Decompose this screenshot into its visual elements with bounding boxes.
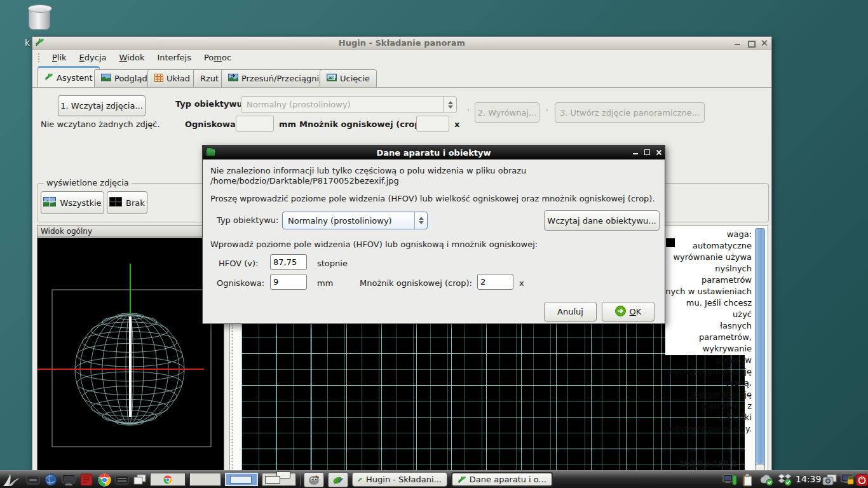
- tips-text-line: nyślnych parametrów: [665, 263, 752, 286]
- tray-screen-lock[interactable]: [840, 472, 855, 487]
- menu-widok[interactable]: Widok: [113, 51, 151, 64]
- load-images-button[interactable]: 1. Wczytaj zdjęcia...: [58, 95, 146, 116]
- leaf-pen-icon: [332, 475, 344, 485]
- menu-plik[interactable]: Plik: [46, 51, 73, 64]
- workspace-1[interactable]: [150, 473, 186, 486]
- dialog-focal-unit-label: mm: [317, 278, 333, 288]
- dialog-focal-field[interactable]: [270, 274, 307, 290]
- overview-3d-view[interactable]: [37, 238, 224, 488]
- taskbar-hugin-button[interactable]: Hugin - Składani...: [352, 472, 447, 487]
- tray-dropbox[interactable]: [776, 472, 793, 487]
- status-size-text: 360,0 x 180,0: [679, 459, 736, 468]
- tray-clipboard[interactable]: [740, 472, 756, 487]
- tray-power[interactable]: [855, 472, 868, 487]
- file-manager-launcher[interactable]: [25, 472, 41, 487]
- web-browser-launcher[interactable]: [43, 472, 58, 487]
- dialog-close-button[interactable]: [656, 149, 661, 155]
- dialog-lens-type-combobox[interactable]: Normalny (prostoliniowy): [282, 212, 428, 229]
- archive-launcher[interactable]: [114, 472, 130, 487]
- panosphere-graphic: [37, 238, 224, 488]
- camera-lens-dialog: Dane aparatu i obiektyw Nie znaleziono i…: [202, 145, 665, 324]
- focal-length-label: Ogniskowa:: [185, 119, 239, 129]
- tips-text-line: yczną, optymalizację: [665, 377, 752, 400]
- tray-screenshot[interactable]: [821, 472, 839, 487]
- device-sync-icon: [722, 473, 738, 486]
- covered-icon-fragment: [666, 238, 675, 247]
- main-titlebar[interactable]: Hugin - Składanie panoram: [32, 37, 771, 50]
- display-settings-launcher[interactable]: [61, 472, 76, 487]
- notes-window-button[interactable]: [328, 472, 348, 487]
- workspace-2[interactable]: [189, 473, 221, 486]
- all-images-icon: [43, 197, 56, 208]
- enter-hfov-label: Wprowadź poziome pole widzenia (HFOV) lu…: [210, 240, 538, 249]
- crop-factor-label: Mnożnik ogniskowej (crop):: [299, 119, 428, 129]
- maximize-button[interactable]: [747, 39, 754, 46]
- desktop: { "desktop": { "trash_label": "k" }, "wi…: [0, 0, 868, 488]
- tray-device-indicator[interactable]: [722, 472, 738, 487]
- screen-lock-icon: [841, 473, 855, 486]
- tab-uklad[interactable]: Układ: [147, 69, 197, 87]
- lens-type-combobox[interactable]: Normalny (prostoliniowy): [241, 96, 457, 113]
- focal-unit-label: mm: [279, 119, 296, 129]
- ok-button[interactable]: OK: [602, 302, 654, 322]
- workspace-4[interactable]: [262, 473, 296, 486]
- dialog-lens-type-label: Typ obiektywu:: [217, 215, 278, 225]
- combobox-arrows-icon: [444, 97, 456, 112]
- chrome-launcher[interactable]: [97, 472, 112, 487]
- chrome-icon: [98, 473, 111, 487]
- menu-pomoc[interactable]: Pomoc: [198, 51, 238, 64]
- load-lens-data-button[interactable]: Wczytaj dane obiektywu...: [544, 210, 660, 231]
- dialog-combobox-arrows-icon: [414, 212, 427, 229]
- minimize-button[interactable]: [734, 39, 741, 46]
- screenshot-icon: [822, 473, 837, 486]
- vertical-scrollbar[interactable]: [755, 228, 765, 482]
- dialog-minimize-button[interactable]: [633, 149, 639, 155]
- close-button[interactable]: [761, 39, 768, 46]
- dialog-maximize-button[interactable]: [644, 149, 650, 155]
- hfov-field[interactable]: [270, 254, 307, 270]
- package-tool-launcher[interactable]: [79, 472, 94, 487]
- tray-cloud-sync[interactable]: [757, 472, 775, 487]
- overview-panel-header[interactable]: Widok ogólny: [37, 226, 224, 237]
- show-all-button[interactable]: Wszystkie: [41, 191, 104, 214]
- show-none-button[interactable]: Brak: [107, 191, 147, 214]
- gimp-window-button[interactable]: [304, 472, 324, 487]
- taskbar-dialog-button[interactable]: Dane aparatu i o...: [451, 472, 553, 487]
- file-manager-icon: [26, 474, 40, 485]
- cancel-button[interactable]: Anuluj: [544, 302, 597, 322]
- clock[interactable]: 14:39: [796, 474, 821, 484]
- windows-stack-launcher[interactable]: [132, 472, 147, 487]
- menubar-drag-handle[interactable]: [37, 53, 41, 63]
- menu-interfejs[interactable]: Interfejs: [151, 51, 197, 64]
- hugin-tab-icon: [44, 72, 53, 83]
- tab-asystent[interactable]: Asystent: [37, 66, 100, 87]
- focal-length-field[interactable]: [236, 116, 274, 132]
- create-panorama-button[interactable]: 3. Utwórz zdjęcie panoramiczne...: [555, 102, 705, 123]
- layout-tab-icon: [154, 74, 163, 84]
- tab-uciecie[interactable]: Ucięcie: [320, 69, 377, 87]
- workspace-3-active[interactable]: [225, 473, 258, 486]
- taskbar-separator: [300, 473, 301, 486]
- dialog-titlebar[interactable]: Dane aparatu i obiektyw: [203, 146, 665, 159]
- crop-factor-field[interactable]: [416, 116, 449, 132]
- dialog-crop-field[interactable]: [477, 274, 513, 290]
- tab-przesun[interactable]: Przesuń/Przeciągnij: [221, 69, 329, 87]
- window-title: Hugin - Składanie panoram: [32, 38, 771, 48]
- start-menu-icon: [3, 473, 20, 487]
- trash-icon-label: k: [25, 37, 30, 48]
- start-menu-button[interactable]: [2, 472, 21, 487]
- overview-panel: Widok ogólny: [37, 225, 224, 488]
- workspace-window-thumb: [265, 476, 280, 484]
- no-images-icon: [109, 197, 122, 208]
- trash-icon[interactable]: [29, 7, 50, 30]
- tab-strip: Asystent Podgląd Układ Rzut Przesuń/Prze…: [32, 65, 771, 88]
- menu-edycja[interactable]: Edycja: [73, 51, 113, 64]
- dialog-message-line1: Nie znaleziono informacji lub tylko częś…: [210, 166, 526, 175]
- menubar: Plik Edycja Widok Interfejs Pomoc: [32, 50, 771, 65]
- tab-podglad[interactable]: Podgląd: [94, 69, 154, 87]
- tips-text-line: edytorze panoramy.: [665, 423, 752, 435]
- align-button[interactable]: 2. Wyrównaj...: [475, 102, 539, 123]
- dialog-focal-label: Ogniskowa:: [217, 278, 264, 288]
- clipboard-icon: [742, 473, 754, 487]
- taskbar: Hugin - Składani... Dane aparatu i o... …: [0, 470, 868, 488]
